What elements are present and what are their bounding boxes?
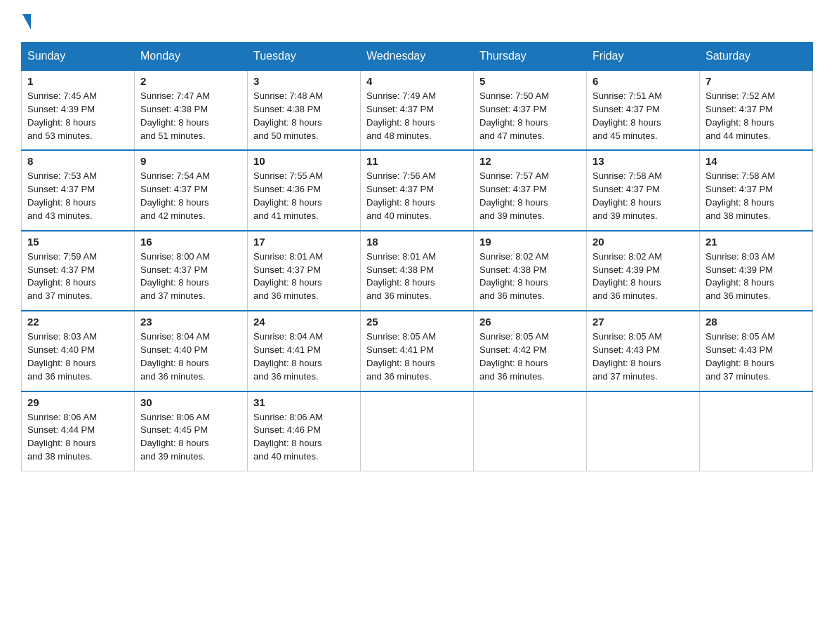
daylight-minutes: and 36 minutes. <box>253 290 355 303</box>
daylight-info: Daylight: 8 hours <box>366 276 468 290</box>
calendar-cell: 11 Sunrise: 7:56 AM Sunset: 4:37 PM Dayl… <box>361 150 474 230</box>
day-number: 17 <box>253 236 355 248</box>
sunrise-info: Sunrise: 8:00 AM <box>140 250 241 264</box>
daylight-minutes: and 39 minutes. <box>479 210 581 223</box>
sunrise-info: Sunrise: 8:01 AM <box>253 250 355 264</box>
sunset-info: Sunset: 4:37 PM <box>140 264 241 277</box>
sunset-info: Sunset: 4:37 PM <box>366 103 468 116</box>
sunset-info: Sunset: 4:38 PM <box>140 103 241 116</box>
sunset-info: Sunset: 4:41 PM <box>253 344 355 357</box>
calendar-cell: 25 Sunrise: 8:05 AM Sunset: 4:41 PM Dayl… <box>361 311 474 391</box>
sunset-info: Sunset: 4:37 PM <box>706 103 807 116</box>
calendar-cell: 5 Sunrise: 7:50 AM Sunset: 4:37 PM Dayli… <box>474 70 587 150</box>
daylight-info: Daylight: 8 hours <box>140 276 241 290</box>
sunrise-info: Sunrise: 7:58 AM <box>706 170 807 183</box>
daylight-minutes: and 39 minutes. <box>593 210 694 223</box>
page-header <box>21 14 813 29</box>
daylight-info: Daylight: 8 hours <box>479 276 581 290</box>
day-number: 22 <box>27 316 128 328</box>
day-number: 16 <box>140 236 241 248</box>
daylight-minutes: and 36 minutes. <box>140 370 241 384</box>
sunrise-info: Sunrise: 7:47 AM <box>140 90 241 103</box>
sunrise-info: Sunrise: 8:02 AM <box>479 250 581 264</box>
calendar-cell: 10 Sunrise: 7:55 AM Sunset: 4:36 PM Dayl… <box>248 150 361 230</box>
calendar-cell: 22 Sunrise: 8:03 AM Sunset: 4:40 PM Dayl… <box>22 311 135 391</box>
daylight-minutes: and 36 minutes. <box>27 370 128 384</box>
logo-arrow-icon <box>22 14 31 29</box>
calendar-cell: 24 Sunrise: 8:04 AM Sunset: 4:41 PM Dayl… <box>248 311 361 391</box>
sunset-info: Sunset: 4:38 PM <box>253 103 355 116</box>
calendar-cell <box>587 391 700 471</box>
daylight-info: Daylight: 8 hours <box>140 116 241 130</box>
day-number: 1 <box>27 75 128 87</box>
day-number: 28 <box>706 316 807 328</box>
col-header-friday: Friday <box>587 43 700 71</box>
calendar-cell: 17 Sunrise: 8:01 AM Sunset: 4:37 PM Dayl… <box>248 231 361 311</box>
day-number: 9 <box>140 155 241 167</box>
day-number: 2 <box>140 75 241 87</box>
day-number: 21 <box>706 236 807 248</box>
calendar-cell: 4 Sunrise: 7:49 AM Sunset: 4:37 PM Dayli… <box>361 70 474 150</box>
logo <box>21 14 32 29</box>
col-header-sunday: Sunday <box>22 43 135 71</box>
sunrise-info: Sunrise: 7:50 AM <box>479 90 581 103</box>
day-number: 14 <box>706 155 807 167</box>
sunrise-info: Sunrise: 7:49 AM <box>366 90 468 103</box>
sunset-info: Sunset: 4:38 PM <box>366 264 468 277</box>
sunrise-info: Sunrise: 8:05 AM <box>366 330 468 344</box>
col-header-saturday: Saturday <box>700 43 813 71</box>
daylight-minutes: and 36 minutes. <box>366 290 468 303</box>
daylight-minutes: and 40 minutes. <box>253 450 355 464</box>
sunset-info: Sunset: 4:44 PM <box>27 424 128 437</box>
sunrise-info: Sunrise: 8:05 AM <box>706 330 807 344</box>
daylight-info: Daylight: 8 hours <box>140 357 241 370</box>
calendar-cell: 26 Sunrise: 8:05 AM Sunset: 4:42 PM Dayl… <box>474 311 587 391</box>
sunset-info: Sunset: 4:37 PM <box>140 183 241 196</box>
day-number: 12 <box>479 155 581 167</box>
calendar-cell: 14 Sunrise: 7:58 AM Sunset: 4:37 PM Dayl… <box>700 150 813 230</box>
day-number: 13 <box>593 155 694 167</box>
daylight-minutes: and 45 minutes. <box>593 130 694 143</box>
sunrise-info: Sunrise: 7:48 AM <box>253 90 355 103</box>
sunrise-info: Sunrise: 7:55 AM <box>253 170 355 183</box>
day-number: 30 <box>140 396 241 408</box>
daylight-minutes: and 51 minutes. <box>140 130 241 143</box>
daylight-info: Daylight: 8 hours <box>479 196 581 210</box>
calendar-cell <box>361 391 474 471</box>
sunset-info: Sunset: 4:37 PM <box>479 103 581 116</box>
daylight-minutes: and 41 minutes. <box>253 210 355 223</box>
sunrise-info: Sunrise: 7:54 AM <box>140 170 241 183</box>
sunrise-info: Sunrise: 7:56 AM <box>366 170 468 183</box>
sunrise-info: Sunrise: 7:52 AM <box>706 90 807 103</box>
daylight-minutes: and 53 minutes. <box>27 130 128 143</box>
calendar-cell: 6 Sunrise: 7:51 AM Sunset: 4:37 PM Dayli… <box>587 70 700 150</box>
daylight-minutes: and 37 minutes. <box>27 290 128 303</box>
daylight-info: Daylight: 8 hours <box>593 116 694 130</box>
day-number: 24 <box>253 316 355 328</box>
daylight-info: Daylight: 8 hours <box>253 357 355 370</box>
sunrise-info: Sunrise: 8:03 AM <box>27 330 128 344</box>
sunrise-info: Sunrise: 8:06 AM <box>140 411 241 424</box>
day-number: 11 <box>366 155 468 167</box>
daylight-minutes: and 38 minutes. <box>27 450 128 464</box>
daylight-minutes: and 39 minutes. <box>140 450 241 464</box>
sunset-info: Sunset: 4:37 PM <box>27 183 128 196</box>
sunrise-info: Sunrise: 7:59 AM <box>27 250 128 264</box>
calendar-week-row: 22 Sunrise: 8:03 AM Sunset: 4:40 PM Dayl… <box>22 311 813 391</box>
calendar-cell: 2 Sunrise: 7:47 AM Sunset: 4:38 PM Dayli… <box>135 70 248 150</box>
sunset-info: Sunset: 4:40 PM <box>27 344 128 357</box>
calendar-cell: 27 Sunrise: 8:05 AM Sunset: 4:43 PM Dayl… <box>587 311 700 391</box>
calendar-week-row: 8 Sunrise: 7:53 AM Sunset: 4:37 PM Dayli… <box>22 150 813 230</box>
day-number: 27 <box>593 316 694 328</box>
daylight-info: Daylight: 8 hours <box>706 276 807 290</box>
daylight-info: Daylight: 8 hours <box>706 116 807 130</box>
sunset-info: Sunset: 4:37 PM <box>479 183 581 196</box>
daylight-minutes: and 36 minutes. <box>366 370 468 384</box>
sunrise-info: Sunrise: 8:06 AM <box>27 411 128 424</box>
daylight-info: Daylight: 8 hours <box>366 357 468 370</box>
sunrise-info: Sunrise: 8:02 AM <box>593 250 694 264</box>
daylight-minutes: and 37 minutes. <box>140 290 241 303</box>
daylight-info: Daylight: 8 hours <box>706 357 807 370</box>
sunrise-info: Sunrise: 7:53 AM <box>27 170 128 183</box>
day-number: 10 <box>253 155 355 167</box>
